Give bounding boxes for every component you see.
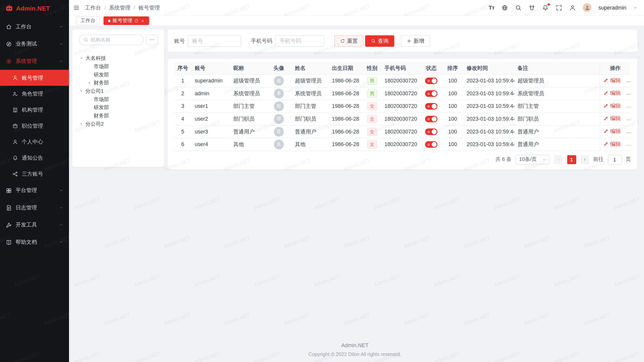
close-icon[interactable]: [140, 19, 144, 23]
breadcrumb-item[interactable]: 账号管理: [139, 4, 160, 11]
badge-icon: [12, 123, 18, 129]
breadcrumb-item[interactable]: 工作台: [85, 4, 101, 11]
phone-input[interactable]: [275, 35, 325, 47]
cell-gender: 女: [363, 112, 381, 125]
tree-node-label: 分公司2: [86, 120, 104, 127]
status-toggle[interactable]: [425, 116, 437, 122]
row-more-button[interactable]: [626, 92, 631, 97]
tree-node[interactable]: 分公司1: [79, 87, 157, 95]
edit-button[interactable]: 编辑: [603, 102, 621, 109]
sidebar-item-help[interactable]: 帮助文档: [0, 234, 69, 251]
column-header: 昵称: [230, 62, 266, 74]
search-icon: [83, 37, 88, 42]
sidebar-subitem-third-account[interactable]: 三方账号: [0, 166, 69, 182]
query-bar: 账号 手机号码 重置 查询: [168, 30, 637, 52]
tab-workbench[interactable]: 工作台: [76, 16, 100, 25]
cell-index: 5: [174, 125, 191, 138]
sidebar-item-workbench[interactable]: 工作台: [0, 18, 69, 35]
tree-node[interactable]: 研发部: [79, 71, 157, 79]
sidebar-item-business-test[interactable]: 业务测试: [0, 35, 69, 53]
tree-node[interactable]: 研发部: [79, 103, 157, 112]
sidebar-subitem-role[interactable]: 角色管理: [0, 86, 69, 102]
tab-account-management[interactable]: 账号管理: [103, 16, 149, 25]
sidebar-subitem-position[interactable]: 职位管理: [0, 118, 69, 134]
edit-button[interactable]: 编辑: [603, 140, 621, 148]
cell-modified: 2023-01-03 10:59:44: [463, 100, 514, 113]
row-more-button[interactable]: [626, 104, 631, 110]
caret-right-icon[interactable]: [79, 122, 84, 126]
sidebar-subitem-profile[interactable]: 个人中心: [0, 134, 69, 150]
breadcrumb-item[interactable]: 系统管理: [109, 4, 131, 11]
sidebar-subitem-account[interactable]: 账号管理: [0, 70, 69, 86]
tree-node[interactable]: 财务部: [79, 79, 157, 87]
caret-spacer: [87, 97, 92, 101]
tree-node[interactable]: 市场部: [79, 95, 157, 104]
add-button[interactable]: 新增: [401, 35, 430, 47]
column-header: 账号: [191, 62, 230, 74]
org-more-button[interactable]: [146, 34, 158, 45]
row-more-button[interactable]: [626, 130, 631, 135]
goto-page-input[interactable]: [608, 155, 622, 164]
search-icon[interactable]: [515, 4, 521, 11]
theme-icon[interactable]: [529, 4, 535, 11]
status-toggle[interactable]: [425, 77, 437, 84]
caret-right-icon[interactable]: [87, 81, 92, 85]
status-toggle[interactable]: [425, 141, 437, 148]
sidebar-subitem-org[interactable]: 机构管理: [0, 102, 69, 118]
caret-down-icon[interactable]: [79, 89, 84, 93]
menu-label: 个人中心: [22, 138, 43, 145]
status-toggle[interactable]: [425, 128, 437, 135]
tree-node[interactable]: 财务部: [79, 112, 157, 120]
cell-actions: 编辑: [600, 112, 631, 125]
user-icon[interactable]: [569, 4, 576, 11]
tree-node[interactable]: 分公司2: [79, 120, 157, 128]
username[interactable]: superadmin: [598, 5, 626, 11]
row-more-button[interactable]: [626, 79, 631, 85]
refresh-icon[interactable]: [134, 19, 138, 23]
cell-name: 普通用户: [292, 125, 329, 138]
cell-birth: 1986-06-28: [329, 125, 363, 138]
user-avatar[interactable]: [583, 3, 591, 12]
cell-gender: 女: [363, 138, 381, 151]
font-size-icon[interactable]: Tт: [489, 5, 494, 11]
tool-icon: [6, 222, 12, 228]
current-page[interactable]: 1: [567, 155, 576, 164]
edit-button[interactable]: 编辑: [603, 77, 621, 84]
gender-tag: 女: [367, 127, 377, 136]
prev-page-button[interactable]: [554, 155, 563, 164]
fullscreen-icon[interactable]: [556, 4, 562, 11]
sidebar-subitem-notice[interactable]: 通知公告: [0, 150, 69, 166]
notification-bell[interactable]: [542, 4, 549, 11]
tree-node[interactable]: 市场部: [79, 62, 157, 71]
menu-collapse-icon[interactable]: [73, 4, 80, 11]
cell-gender: 女: [363, 125, 381, 138]
edit-button[interactable]: 编辑: [603, 128, 621, 135]
tree-node-label: 市场部: [94, 63, 109, 70]
account-input[interactable]: [188, 35, 241, 47]
tab-label: 账号管理: [112, 17, 132, 24]
edit-button[interactable]: 编辑: [603, 89, 621, 97]
org-search-input[interactable]: [91, 37, 139, 43]
search-button[interactable]: 查询: [365, 35, 394, 47]
globe-icon[interactable]: [502, 4, 508, 11]
caret-down-icon[interactable]: [79, 56, 84, 60]
chevron-down-icon[interactable]: [633, 6, 637, 10]
edit-button[interactable]: 编辑: [603, 115, 621, 122]
cell-avatar: 超: [266, 74, 292, 87]
sidebar-item-system[interactable]: 系统管理: [0, 53, 69, 70]
sidebar-item-devtools[interactable]: 开发工具: [0, 216, 69, 234]
next-page-button[interactable]: [580, 155, 589, 164]
sidebar-item-log[interactable]: 日志管理: [0, 199, 69, 216]
sidebar-item-platform[interactable]: 平台管理: [0, 182, 69, 199]
row-more-button[interactable]: [626, 117, 631, 123]
row-more-button[interactable]: [626, 143, 631, 148]
status-toggle[interactable]: [425, 103, 437, 109]
chevron-left-icon: [556, 157, 560, 161]
tab-active-dot: [108, 20, 110, 22]
cell-index: 1: [174, 74, 191, 87]
tree-node[interactable]: 大名科技: [79, 54, 157, 63]
status-toggle[interactable]: [425, 90, 437, 97]
column-header: 操作: [600, 62, 631, 74]
page-size-select[interactable]: 10条/页: [515, 155, 550, 164]
reset-button[interactable]: 重置: [334, 35, 364, 47]
